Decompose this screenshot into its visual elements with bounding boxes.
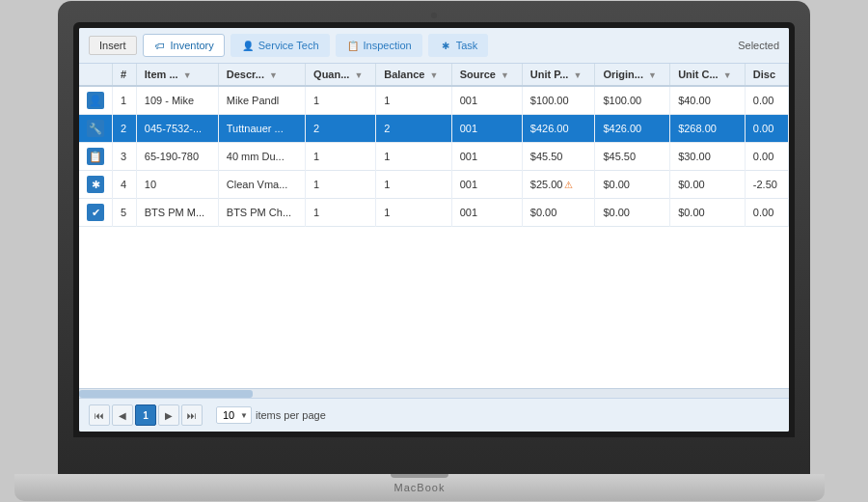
row-disc: 0.00 bbox=[745, 143, 788, 171]
row-balance: 2 bbox=[376, 115, 451, 143]
row-unit-cost: $268.00 bbox=[670, 115, 746, 143]
footer: ⏮ ◀ 1 ▶ ⏭ 10 25 50 bbox=[79, 398, 789, 432]
last-page-button[interactable]: ⏭ bbox=[181, 404, 203, 426]
scrollbar-thumb[interactable] bbox=[79, 390, 253, 398]
col-icon-header bbox=[79, 64, 113, 86]
tab-service-tech[interactable]: 👤 Service Tech bbox=[231, 34, 330, 57]
row-desc: Mike Pandl bbox=[218, 86, 305, 115]
row-desc: Tuttnauer ... bbox=[218, 115, 305, 143]
data-table: # Item ... ▼ Descr... ▼ Quan... ▼ Balanc… bbox=[79, 64, 789, 227]
row-source: 001 bbox=[451, 171, 522, 199]
row-num: 4 bbox=[113, 171, 137, 199]
row-disc: 0.00 bbox=[745, 115, 788, 143]
top-bar: Insert 🏷 Inventory 👤 Service Tech 📋 Insp… bbox=[79, 28, 789, 64]
row-item: 10 bbox=[136, 171, 218, 199]
row-balance: 1 bbox=[376, 199, 451, 227]
row-num: 2 bbox=[113, 115, 137, 143]
tab-inspection[interactable]: 📋 Inspection bbox=[336, 34, 422, 57]
page-1-button[interactable]: 1 bbox=[135, 404, 156, 426]
row-type-icon-cell: 👤 bbox=[79, 86, 113, 115]
table-header-row: # Item ... ▼ Descr... ▼ Quan... ▼ Balanc… bbox=[79, 64, 789, 86]
col-item-header[interactable]: Item ... ▼ bbox=[136, 64, 218, 86]
table-row[interactable]: 👤 1 109 - Mike Mike Pandl 1 1 001 $100.0… bbox=[79, 86, 789, 115]
insert-button[interactable]: Insert bbox=[89, 36, 137, 55]
laptop-brand: MacBook bbox=[394, 482, 446, 493]
col-balance-header[interactable]: Balance ▼ bbox=[376, 64, 451, 86]
row-unit-cost: $30.00 bbox=[670, 143, 746, 171]
per-page-selector: 10 25 50 items per page bbox=[216, 406, 326, 424]
warning-icon: ⚠ bbox=[564, 180, 573, 190]
row-item: 045-7532-... bbox=[136, 115, 218, 143]
row-type-icon-cell: ✔ bbox=[79, 199, 113, 227]
row-disc: 0.00 bbox=[745, 86, 788, 115]
table-row[interactable]: ✱ 4 10 Clean Vma... 1 1 001 $25.00⚠ $0.0… bbox=[79, 171, 789, 199]
inventory-icon: 🏷 bbox=[153, 39, 167, 52]
table-row[interactable]: 🔧 2 045-7532-... Tuttnauer ... 2 2 001 $… bbox=[79, 115, 789, 143]
row-type-icon: 📋 bbox=[87, 148, 104, 165]
row-unit-cost: $40.00 bbox=[670, 86, 746, 115]
table-row[interactable]: ✔ 5 BTS PM M... BTS PM Ch... 1 1 001 $0.… bbox=[79, 199, 789, 227]
tab-service-tech-label: Service Tech bbox=[258, 40, 319, 51]
per-page-select[interactable]: 10 25 50 bbox=[216, 406, 252, 424]
col-unitc-header[interactable]: Unit C... ▼ bbox=[670, 64, 746, 86]
prev-page-button[interactable]: ◀ bbox=[112, 404, 133, 426]
selected-indicator: Selected bbox=[738, 40, 779, 51]
row-origin: $0.00 bbox=[595, 171, 670, 199]
inspection-icon: 📋 bbox=[346, 39, 360, 52]
row-type-icon-cell: 📋 bbox=[79, 143, 113, 171]
row-balance: 1 bbox=[376, 86, 451, 115]
screen-border: Insert 🏷 Inventory 👤 Service Tech 📋 Insp… bbox=[73, 22, 795, 437]
tab-inventory-label: Inventory bbox=[171, 40, 214, 51]
row-balance: 1 bbox=[376, 143, 451, 171]
first-page-button[interactable]: ⏮ bbox=[89, 404, 110, 426]
row-balance: 1 bbox=[376, 171, 451, 199]
table-row[interactable]: 📋 3 65-190-780 40 mm Du... 1 1 001 $45.5… bbox=[79, 143, 789, 171]
tab-inspection-label: Inspection bbox=[364, 40, 412, 51]
col-source-header[interactable]: Source ▼ bbox=[451, 64, 522, 86]
row-disc: -2.50 bbox=[745, 171, 788, 199]
next-page-button[interactable]: ▶ bbox=[158, 404, 179, 426]
row-desc: Clean Vma... bbox=[218, 171, 305, 199]
row-quan: 2 bbox=[306, 115, 376, 143]
row-type-icon: 👤 bbox=[87, 92, 104, 109]
row-origin: $45.50 bbox=[595, 143, 670, 171]
col-desc-header[interactable]: Descr... ▼ bbox=[218, 64, 305, 86]
row-quan: 1 bbox=[306, 86, 376, 115]
row-unit-price: $25.00⚠ bbox=[522, 171, 595, 199]
laptop-body: Insert 🏷 Inventory 👤 Service Tech 📋 Insp… bbox=[58, 1, 810, 474]
row-num: 5 bbox=[113, 199, 137, 227]
per-page-label: items per page bbox=[256, 409, 326, 421]
row-type-icon-cell: 🔧 bbox=[79, 115, 113, 143]
row-unit-cost: $0.00 bbox=[670, 171, 746, 199]
row-desc: BTS PM Ch... bbox=[218, 199, 305, 227]
screen: Insert 🏷 Inventory 👤 Service Tech 📋 Insp… bbox=[79, 28, 789, 432]
col-origin-header[interactable]: Origin... ▼ bbox=[595, 64, 670, 86]
tab-inventory[interactable]: 🏷 Inventory bbox=[143, 34, 225, 57]
row-num: 1 bbox=[113, 86, 137, 115]
col-quan-header[interactable]: Quan... ▼ bbox=[306, 64, 376, 86]
laptop-base: MacBook bbox=[14, 474, 825, 501]
row-desc: 40 mm Du... bbox=[218, 143, 305, 171]
row-source: 001 bbox=[451, 86, 522, 115]
row-unit-price: $426.00 bbox=[522, 115, 595, 143]
row-origin: $100.00 bbox=[595, 86, 670, 115]
row-type-icon: ✔ bbox=[87, 204, 104, 221]
task-icon: ✱ bbox=[439, 39, 452, 52]
row-disc: 0.00 bbox=[745, 199, 788, 227]
row-quan: 1 bbox=[306, 199, 376, 227]
col-num-header[interactable]: # bbox=[113, 64, 137, 86]
row-type-icon-cell: ✱ bbox=[79, 171, 113, 199]
tab-task-label: Task bbox=[456, 40, 478, 51]
row-quan: 1 bbox=[306, 171, 376, 199]
row-item: 65-190-780 bbox=[136, 143, 218, 171]
col-disc-header[interactable]: Disc bbox=[745, 64, 788, 86]
horizontal-scrollbar[interactable] bbox=[79, 388, 789, 398]
pagination: ⏮ ◀ 1 ▶ ⏭ bbox=[89, 404, 203, 426]
col-unitp-header[interactable]: Unit P... ▼ bbox=[522, 64, 595, 86]
tab-task[interactable]: ✱ Task bbox=[428, 34, 489, 57]
row-origin: $0.00 bbox=[595, 199, 670, 227]
per-page-wrapper[interactable]: 10 25 50 bbox=[216, 406, 252, 424]
row-origin: $426.00 bbox=[595, 115, 670, 143]
row-num: 3 bbox=[113, 143, 137, 171]
laptop-notch bbox=[391, 474, 448, 478]
